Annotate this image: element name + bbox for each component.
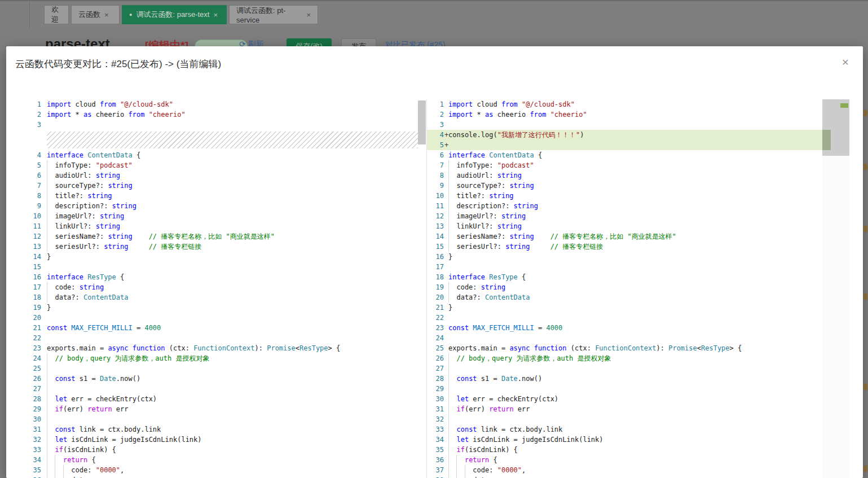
code-line: 20 data?: ContentData [427,292,822,302]
line-number: 10 [427,191,444,201]
line-number: 13 [427,221,444,231]
line-number: 37 [427,465,444,475]
code-line: 13 linkUrl?: string [427,221,822,231]
diff-spacer [15,130,418,150]
code-text: data: [448,475,497,478]
line-number: 9 [15,201,41,211]
line-number: 11 [427,201,444,211]
code-line: 16} [427,252,822,262]
code-line: 6 audioUrl: string [15,170,418,181]
unsaved-dot-icon: ● [129,12,132,17]
code-text: import * as cheerio from "cheerio" [448,109,587,120]
code-line: 22 [427,313,822,323]
refresh-link[interactable]: ⟳ 刷新 [239,40,264,46]
code-line: 36 return { [427,455,822,465]
indent-guide [47,363,47,374]
line-number: 24 [15,353,41,363]
line-number: 5 [15,160,41,170]
code-line: 15 seriesUrl?: string // 播客专栏链接 [427,242,822,252]
code-text: infoType: "podcast" [47,160,133,170]
publish-button[interactable]: 发布 [341,38,376,46]
scrollbar-thumb[interactable] [418,100,426,144]
line-number: 8 [427,170,444,181]
left-editor-scrollbar[interactable] [418,99,426,478]
line-number: 27 [15,384,41,394]
diff-editor-original[interactable]: 1import cloud from "@/cloud-sdk"2import … [15,99,418,478]
code-text: interface ContentData { [448,150,542,160]
code-line: 28 const s1 = Date.now() [427,374,822,384]
line-number: 24 [427,333,444,343]
line-number: 21 [15,323,41,333]
line-number: 20 [15,313,41,323]
code-line: 6interface ContentData { [427,150,822,160]
line-number: 2 [427,109,444,120]
code-text: let err = checkEntry(ctx) [448,394,558,404]
code-line: 22 [15,333,418,343]
line-number: 31 [427,404,444,414]
diff-editor-modified[interactable]: 1import cloud from "@/cloud-sdk"2import … [427,99,822,478]
diff-add-sign: + [444,140,448,150]
scrollbar-thumb[interactable] [822,99,849,156]
tab-label: 云函数 [78,10,100,20]
code-line: 12 imageUrl?: string [427,211,822,221]
code-line: 33 if(isCdnLink) { [15,445,418,455]
line-number: 26 [15,374,41,384]
compare-published-link[interactable]: 对比已发布 (#25) [385,40,446,46]
tab-1[interactable]: 欢迎 [44,5,69,24]
code-line: 2import * as cheerio from "cheerio" [15,109,418,120]
close-icon[interactable]: × [839,55,852,69]
code-line: 31 if(err) return err [427,404,822,414]
code-line: 28 let err = checkEntry(ctx) [15,394,418,404]
code-text: console.log("我新增了这行代码！！！") [448,130,584,140]
line-number: 19 [427,282,444,292]
indent-guide [448,384,449,394]
code-line-added: 5+ [427,140,822,150]
tab-label: 调试云函数: pt-service [236,6,302,24]
tab-2[interactable]: 云函数× [71,5,120,24]
line-number: 7 [15,181,41,191]
line-number: 7 [427,160,444,170]
code-line: 27 [427,363,822,374]
code-line: 26 const s1 = Date.now() [15,374,418,384]
code-line: 3 [15,120,418,130]
code-text: description?: string [47,201,136,211]
line-number: 4 [15,150,41,160]
code-line: 9 sourceType?: string [427,181,822,191]
code-line: 37 code: "0000", [427,465,822,475]
line-number: 17 [15,282,41,292]
code-line: 7 sourceType?: string [15,181,418,191]
line-number: 23 [15,343,41,353]
code-text: const MAX_FETCH_MILLI = 4000 [47,323,161,333]
tab-4[interactable]: 调试云函数: pt-service× [229,5,318,24]
code-text: // body，query 为请求参数，auth 是授权对象 [47,353,210,363]
code-text: imageUrl?: string [47,211,124,221]
code-line: 25exports.main = async function (ctx: Fu… [427,343,822,353]
code-line: 1import cloud from "@/cloud-sdk" [15,99,418,109]
code-line: 36 data: [15,475,418,478]
save-button[interactable]: 保存(改) [287,38,332,46]
tab-3[interactable]: ●调试云函数: parse-text× [122,5,227,24]
tab-close-icon[interactable]: × [306,11,311,19]
code-line: 31 const link = ctx.body.link [15,424,418,435]
code-text: import cloud from "@/cloud-sdk" [47,99,173,109]
tab-close-icon[interactable]: × [213,11,218,19]
code-text: const s1 = Date.now() [448,374,542,384]
line-number: 5 [427,140,444,150]
line-number: 9 [427,181,444,191]
line-number: 35 [15,465,41,475]
code-line: 24 [427,333,822,343]
code-text: if(isCdnLink) { [448,445,518,455]
code-line: 17 code: string [15,282,418,292]
right-editor-scrollbar[interactable] [822,99,849,478]
code-text: sourceType?: string [47,181,133,191]
tab-close-icon[interactable]: × [104,11,109,19]
line-number: 14 [15,252,41,262]
code-line: 33 const link = ctx.body.link [427,424,822,435]
code-text: seriesName?: string // 播客专栏名称，比如 "商业就是这样… [47,231,275,242]
code-text: return { [448,455,497,465]
line-number: 19 [15,302,41,313]
line-number: 22 [427,313,444,323]
code-text: let err = checkEntry(ctx) [47,394,157,404]
code-line: 10 imageUrl?: string [15,211,418,221]
code-text: } [448,302,452,313]
